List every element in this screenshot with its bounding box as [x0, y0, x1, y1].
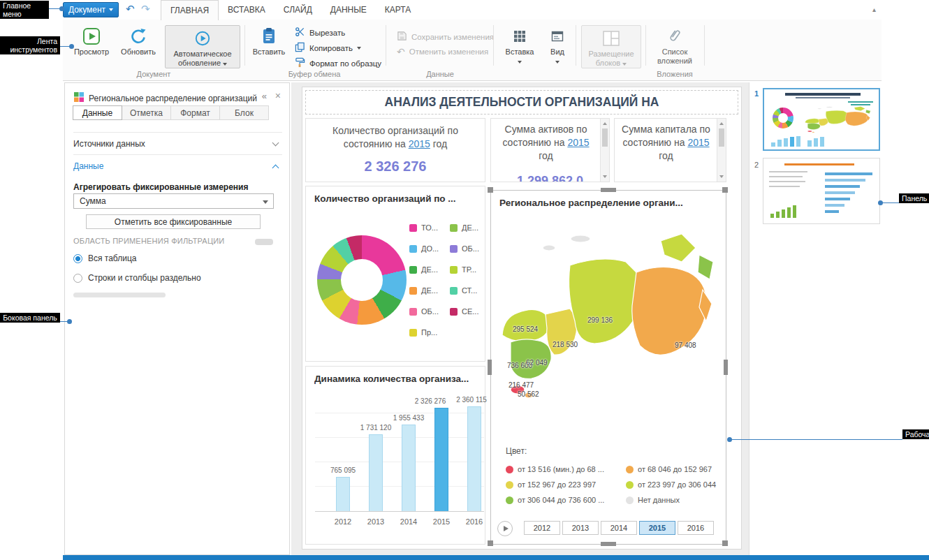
donut-legend-item[interactable]: Пр...: [409, 322, 439, 343]
year-button-2015[interactable]: 2015: [639, 521, 675, 535]
ribbon-tab-0[interactable]: ГЛАВНАЯ: [161, 0, 219, 20]
donut-legend-item[interactable]: ТО...: [409, 217, 439, 238]
ribbon-tab-1[interactable]: ВСТАВКА: [219, 0, 275, 20]
undo-arrow-icon: ↶: [397, 47, 405, 56]
scrollbar[interactable]: [600, 119, 609, 182]
format-painter-button[interactable]: Формат по образцу: [295, 57, 381, 69]
mark-all-fixed-button[interactable]: Отметить все фиксированные: [86, 214, 261, 229]
scrollbar[interactable]: [717, 119, 726, 182]
donut-legend-item[interactable]: ДЕ...: [409, 259, 439, 280]
scroll-up-icon[interactable]: [719, 122, 724, 125]
slide-thumbnail-2[interactable]: [763, 158, 880, 224]
scroll-down-icon[interactable]: [603, 175, 607, 178]
russia-map[interactable]: [803, 105, 873, 138]
collapse-ribbon-icon[interactable]: ▴: [872, 6, 876, 13]
year-button-2012[interactable]: 2012: [524, 521, 560, 535]
scroll-thumb[interactable]: [602, 128, 608, 147]
bar-2015[interactable]: [434, 408, 448, 511]
kpi-card-organizations[interactable]: Количество организаций по состоянию на 2…: [305, 118, 485, 182]
insert-menu-button[interactable]: Вставка: [502, 25, 538, 66]
selection-handle[interactable]: [488, 187, 493, 193]
year-button-2016[interactable]: 2016: [678, 521, 714, 535]
donut-legend-item[interactable]: ДЕ...: [450, 217, 479, 238]
year-button-2014[interactable]: 2014: [601, 521, 637, 535]
scroll-up-icon[interactable]: [603, 122, 607, 125]
section-data[interactable]: Данные: [73, 161, 103, 171]
selection-handle[interactable]: [488, 540, 493, 546]
group-divider: [493, 25, 494, 66]
selection-handle[interactable]: [722, 187, 728, 193]
bar-2016[interactable]: [467, 406, 481, 511]
legend-dot: [506, 466, 513, 473]
ribbon-group-clipboard: Буфер обмена: [265, 70, 363, 78]
bar-2012[interactable]: [336, 477, 350, 511]
donut-legend-item[interactable]: ОБ...: [409, 301, 439, 322]
donut-legend-item[interactable]: ДО...: [409, 238, 439, 259]
save-changes-button[interactable]: Сохранить изменения: [397, 31, 494, 43]
aggregate-select[interactable]: Сумма: [73, 193, 274, 209]
donut-legend-item[interactable]: СТ...: [450, 280, 479, 301]
preview-button[interactable]: Просмотр: [71, 25, 112, 57]
panel-tab-0[interactable]: Данные: [73, 105, 122, 120]
discard-changes-button[interactable]: ↶ Отменить изменения: [397, 47, 488, 56]
bar-chart-block[interactable]: Динамика количества организа... 765 0952…: [305, 366, 485, 545]
map-legend-item: от 68 046 до 152 967: [626, 462, 728, 477]
slide-thumbnail-1[interactable]: [763, 88, 880, 151]
copy-button[interactable]: Копировать: [295, 42, 361, 54]
slide-number-1[interactable]: 1: [754, 89, 759, 98]
section-data-sources[interactable]: Источники данных: [73, 139, 145, 149]
scroll-thumb[interactable]: [719, 128, 724, 147]
kpi-card-assets[interactable]: Сумма активов по состоянию на 2015 год 1…: [490, 118, 610, 182]
donut-chart-block[interactable]: Количество организаций по ... ТО...ДО...…: [305, 186, 485, 362]
redo-icon[interactable]: ↷: [141, 3, 150, 15]
filter-scope-option-1[interactable]: Строки и столбцы раздельно: [73, 273, 201, 283]
paste-button[interactable]: Вставить: [250, 25, 288, 57]
panel-tab-1[interactable]: Отметка: [122, 105, 171, 120]
callout-dot: [878, 200, 883, 205]
donut-legend-item[interactable]: ОБ...: [450, 238, 479, 259]
group-divider: [576, 25, 576, 66]
kpi-card-capital[interactable]: Сумма капитала по состоянию на 2015 год: [614, 118, 726, 182]
legend-dot: [506, 496, 513, 504]
donut-legend-item[interactable]: СЕ...: [450, 301, 479, 322]
selection-handle[interactable]: [722, 540, 728, 546]
legend-label: от 152 967 до 223 997: [518, 480, 596, 489]
ribbon-tab-4[interactable]: КАРТА: [376, 0, 420, 20]
donut-chart[interactable]: [317, 235, 407, 325]
selection-handle[interactable]: [488, 360, 492, 375]
year-link[interactable]: 2015: [409, 138, 430, 149]
refresh-button[interactable]: Обновить: [117, 25, 159, 57]
year-link[interactable]: 2015: [567, 137, 589, 148]
bar-2013[interactable]: [369, 434, 383, 511]
chevron-down-icon[interactable]: [272, 140, 279, 147]
attachments-button[interactable]: Список вложений: [650, 25, 700, 66]
scroll-down-icon[interactable]: [719, 175, 724, 178]
cut-button[interactable]: Вырезать: [295, 27, 345, 38]
panel-tab-2[interactable]: Формат: [170, 105, 220, 120]
chevron-up-icon[interactable]: [272, 165, 279, 172]
map-block[interactable]: Региональное распределение органи... 295…: [490, 190, 726, 545]
block-layout-button[interactable]: Размещение блоков: [581, 25, 641, 68]
panel-collapse-icon[interactable]: «: [262, 91, 267, 101]
bar-2014[interactable]: [402, 425, 416, 511]
donut-legend-item[interactable]: ДЕ...: [409, 280, 439, 301]
ribbon-tab-2[interactable]: СЛАЙД: [275, 0, 321, 20]
filter-scope-option-0[interactable]: Вся таблица: [73, 253, 201, 263]
scroll-indicator[interactable]: [73, 293, 166, 297]
auto-update-button[interactable]: Автоматическое обновление: [165, 25, 240, 68]
view-menu-button[interactable]: Вид: [543, 25, 571, 66]
ribbon-tab-3[interactable]: ДАННЫЕ: [321, 0, 376, 20]
selection-handle[interactable]: [601, 188, 616, 192]
slide-number-2[interactable]: 2: [754, 161, 759, 169]
play-button[interactable]: [497, 521, 513, 536]
panel-tab-3[interactable]: Блок: [219, 105, 269, 120]
year-button-2013[interactable]: 2013: [562, 521, 599, 535]
donut-legend-item[interactable]: ТР...: [450, 259, 479, 280]
year-link[interactable]: 2015: [687, 137, 709, 148]
panel-close-icon[interactable]: ×: [275, 90, 281, 101]
document-menu-button[interactable]: Документ: [63, 2, 119, 17]
selection-handle[interactable]: [601, 542, 616, 546]
paste-label: Вставить: [250, 47, 288, 57]
selection-handle[interactable]: [724, 360, 728, 375]
undo-icon[interactable]: ↶: [126, 3, 135, 15]
